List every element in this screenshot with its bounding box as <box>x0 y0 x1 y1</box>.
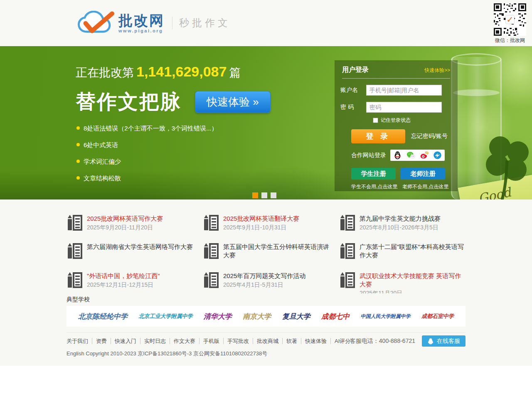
footer-link[interactable]: 作文大赛 <box>170 338 200 344</box>
student-register-button[interactable]: 学生注册 <box>351 168 396 180</box>
schools-heading: 典型学校 <box>66 296 466 303</box>
hero-banner: Good 正在批改第1,141,629,087篇 替作文把脉 快速体验 » 8处… <box>0 46 532 200</box>
contest-item: 2025批改网杯英语写作大赛 2025年9月20日-11月20日 <box>66 214 203 243</box>
bullet-item: 文章结构松散 <box>76 175 218 181</box>
site-logo[interactable]: 批改网 www.pigai.org 秒批作文 <box>76 11 231 35</box>
qr-caption: 微信：批改网 <box>494 37 526 44</box>
bullet-item: 6处中式英语 <box>76 142 218 148</box>
login-button[interactable]: 登 录 <box>351 129 405 143</box>
partner-login-label: 合作网站登录 <box>351 152 386 159</box>
correction-counter: 正在批改第1,141,629,087篇 <box>76 64 241 81</box>
footer-link[interactable]: 批改商城 <box>253 338 283 344</box>
carousel-dot-3[interactable] <box>271 192 276 198</box>
contest-title[interactable]: 武汉职业技术大学技能竞赛 英语写作大赛 <box>360 272 466 288</box>
contest-date: 2025年9月1日-10月31日 <box>223 224 299 232</box>
counter-number: 1,141,629,087 <box>134 64 229 79</box>
teacher-help-link[interactable]: 老师不会用,点击这里 <box>402 183 452 190</box>
school-logo[interactable]: 清华大学 <box>204 312 232 321</box>
site-name: 批改网 <box>118 13 165 28</box>
school-logo[interactable]: 复旦大学 <box>282 312 310 321</box>
social-login-bar <box>390 150 445 161</box>
login-panel-title: 用户登录 <box>342 66 369 74</box>
contest-title[interactable]: 2025批改网杯英语翻译大赛 <box>223 214 299 223</box>
school-logo[interactable]: 成都石室中学 <box>421 313 454 320</box>
pencil-paper-icon <box>339 272 355 288</box>
logo-divider <box>172 17 172 29</box>
contest-title[interactable]: "外语话中国，妙笔绘江西" <box>87 272 160 280</box>
pencil-paper-icon <box>203 243 219 259</box>
student-help-link[interactable]: 学生不会用,点击这里 <box>351 183 401 190</box>
login-quick-try-link[interactable]: 快速体验>> <box>424 67 450 74</box>
contest-title[interactable]: 2025批改网杯英语写作大赛 <box>87 214 163 223</box>
pencil-paper-icon <box>339 243 355 259</box>
header: 批改网 www.pigai.org 秒批作文 <box>0 0 532 46</box>
contest-list: 2025批改网杯英语写作大赛 2025年9月20日-11月20日 2025批改网… <box>66 214 466 293</box>
pencil-paper-icon <box>203 214 219 231</box>
teacher-register-button[interactable]: 老师注册 <box>401 168 445 180</box>
password-label: 密 码 <box>340 103 366 111</box>
bullet-item: 8处语法错误（2个主谓不一致，3个词性错误...） <box>76 125 218 131</box>
tencent-weibo-login-icon[interactable] <box>433 151 442 160</box>
contest-date: 2025年8月10日-2026年3月5日 <box>360 224 441 232</box>
contest-item: "外语话中国，妙笔绘江西" 2025年12月1日-12月15日 <box>66 272 203 293</box>
username-input[interactable] <box>366 85 442 96</box>
remember-checkbox[interactable] <box>373 118 378 123</box>
contest-item: 2025年百万同题英文写作活动 2025年4月1日-5月31日 <box>203 272 339 293</box>
footer-link[interactable]: 软著 <box>283 338 301 344</box>
contest-title[interactable]: 第五届中国大学生五分钟科研英语演讲大赛 <box>223 243 329 259</box>
qq-login-icon[interactable] <box>393 151 402 160</box>
contest-item: 2025批改网杯英语翻译大赛 2025年9月1日-10月31日 <box>203 214 339 243</box>
contest-title[interactable]: 第九届中学生英文能力挑战赛 <box>360 214 441 223</box>
school-logo[interactable]: 中国人民大学附属中学 <box>361 313 411 320</box>
school-logo[interactable]: 北京陈经纶中学 <box>78 312 128 321</box>
footer-link[interactable]: 快速体验 <box>301 338 331 344</box>
pencil-paper-icon <box>203 272 219 288</box>
school-logo[interactable]: 北京工业大学附属中学 <box>138 313 192 320</box>
wechat-qr-code: ✓ <box>494 3 526 36</box>
carousel-dot-2[interactable] <box>261 192 267 198</box>
contest-item: 广东第十二届"联盟杯"本科高校英语写作大赛 <box>339 243 466 272</box>
carousel-dot-1[interactable] <box>252 192 258 198</box>
contest-title[interactable]: 2025年百万同题英文写作活动 <box>223 272 305 280</box>
counter-prefix: 正在批改第 <box>76 66 134 79</box>
contest-title[interactable]: 第六届湖南省大学生英语网络写作大赛 <box>87 243 193 251</box>
footer: 关于我们资费快速入门实时日志作文大赛手机版手写批改批改商城软著快速体验AI评分 … <box>66 332 466 357</box>
support-phone: 客服电话：400-888-6721 <box>350 337 415 345</box>
main-content: 2025批改网杯英语写作大赛 2025年9月20日-11月20日 2025批改网… <box>0 200 532 366</box>
contest-date: 2025年12月1日-12月15日 <box>87 281 160 289</box>
bullet-item: 学术词汇偏少 <box>76 158 218 165</box>
school-logo[interactable]: 南京大学 <box>243 312 271 321</box>
wechat-qr-block: ✓ 微信：批改网 <box>494 3 526 44</box>
contest-item: 第九届中学生英文能力挑战赛 2025年8月10日-2026年3月5日 <box>339 214 466 243</box>
contest-date: 2025年9月20日-11月20日 <box>87 224 163 232</box>
school-logo[interactable]: 成都七中 <box>321 312 350 321</box>
weibo-login-icon[interactable] <box>420 151 429 160</box>
login-panel: 用户登录 快速体验>> 账户名 密 码 记住登录状态 登 录 忘记密码/账号 合… <box>335 60 458 191</box>
forgot-password-link[interactable]: 忘记密码/账号 <box>411 133 448 140</box>
contest-title[interactable]: 广东第十二届"联盟杯"本科高校英语写作大赛 <box>360 243 466 259</box>
footer-link[interactable]: 关于我们 <box>66 338 92 344</box>
username-label: 账户名 <box>340 86 366 94</box>
footer-link[interactable]: 手写批改 <box>224 338 253 344</box>
footer-link[interactable]: 实时日志 <box>140 338 170 344</box>
contest-item: 第五届中国大学生五分钟科研英语演讲大赛 <box>203 243 339 272</box>
contest-date: 2025年4月1日-5月31日 <box>223 281 305 289</box>
counter-suffix: 篇 <box>229 66 241 79</box>
online-support-button[interactable]: 在线客服 <box>422 335 466 347</box>
pencil-paper-icon <box>66 214 82 231</box>
pencil-paper-icon <box>66 243 82 259</box>
clover-leaf-decoration <box>481 131 531 200</box>
svg-text:✓: ✓ <box>507 15 514 25</box>
online-support-label: 在线客服 <box>437 337 460 345</box>
schools-logo-bar: 北京陈经纶中学 北京工业大学附属中学 清华大学 南京大学 复旦大学 成都七中 中… <box>66 306 466 327</box>
pencil-paper-icon <box>66 272 82 288</box>
contest-date: 2025年11月20日 <box>360 290 466 293</box>
password-input[interactable] <box>366 102 442 113</box>
wechat-login-icon[interactable] <box>406 151 415 160</box>
footer-link[interactable]: 快速入门 <box>111 338 140 344</box>
quick-try-button[interactable]: 快速体验 » <box>195 91 271 113</box>
pencil-paper-icon <box>339 214 355 231</box>
footer-link[interactable]: 资费 <box>92 338 111 344</box>
cloud-check-logo-icon <box>76 11 116 35</box>
footer-link[interactable]: 手机版 <box>200 338 224 344</box>
